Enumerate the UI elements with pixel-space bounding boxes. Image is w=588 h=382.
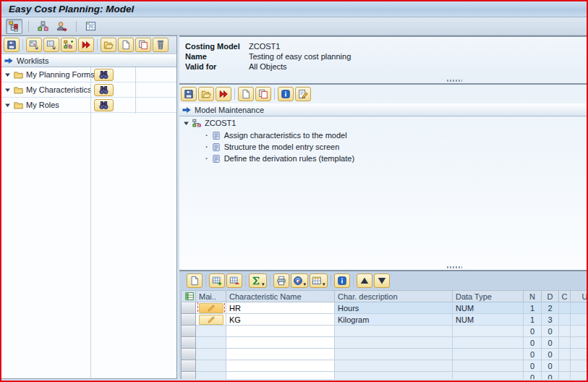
hierarchy-icon (9, 21, 20, 32)
field-label: Valid for (185, 61, 249, 72)
worklist-toolbar (1, 36, 176, 54)
model-task-structure-the-model-entry-screen[interactable]: ·Structure the model entry screen (179, 141, 587, 153)
export-picture-button[interactable] (26, 38, 42, 52)
table-toolbar: ▾▾▾ (187, 273, 587, 288)
table-row: 00 (182, 349, 587, 360)
model-node-zcost1[interactable]: ZCOST1 (179, 116, 587, 130)
column-header-maintain[interactable]: Mai.. (196, 291, 226, 302)
create-button[interactable] (118, 38, 134, 52)
maintain-button[interactable] (199, 303, 223, 313)
maintain-cell (196, 349, 226, 360)
model-task-define-the-derivation-rules-template[interactable]: ·Define the derivation rules (template) (179, 153, 587, 164)
folder-icon (13, 85, 24, 95)
maintenance-header: Model Maintenance (179, 103, 587, 116)
pencil-icon (207, 315, 216, 324)
characteristic-name-cell[interactable] (226, 349, 335, 360)
worklist-view-button[interactable] (6, 19, 22, 34)
row-select-button[interactable] (182, 337, 196, 349)
column-header-name[interactable]: Characteristic Name (226, 291, 335, 302)
characteristic-name-cell[interactable]: KG (226, 314, 335, 326)
characteristic-name-cell[interactable] (226, 326, 335, 337)
insert-row-icon (212, 276, 222, 286)
row-select-button[interactable] (182, 349, 196, 360)
table-view-button[interactable] (82, 19, 99, 34)
table-row: 00 (182, 360, 587, 372)
save-icon (184, 89, 194, 99)
insert-row-button[interactable] (209, 273, 225, 288)
search-my-roles-button[interactable] (94, 99, 114, 111)
column-header-description[interactable]: Char. description (335, 291, 453, 302)
save-model-button[interactable] (181, 87, 197, 101)
splitter-handle[interactable] (447, 80, 462, 82)
delete-row-button[interactable] (226, 273, 242, 288)
up-icon (359, 276, 370, 286)
row-select-button[interactable] (182, 314, 196, 326)
column-header-d[interactable]: D (542, 291, 559, 302)
n-cell: 0 (524, 326, 542, 337)
characteristic-name-cell[interactable] (226, 372, 335, 380)
toolbar-separator (274, 88, 275, 100)
worklist-item-my-characteristics[interactable]: My Characteristics (1, 82, 176, 98)
table-info-button[interactable] (334, 273, 350, 288)
new-doc-icon (189, 276, 200, 286)
sap-window: Easy Cost Planning: Model Worklists My P… (0, 0, 588, 382)
copy-button[interactable] (135, 38, 151, 52)
insert-node-button[interactable] (61, 38, 77, 52)
maintain-cell (196, 372, 226, 380)
delete-button[interactable] (153, 38, 169, 52)
info-button[interactable] (278, 87, 294, 101)
row-select-button[interactable] (182, 360, 196, 372)
characteristic-name-cell[interactable] (226, 337, 335, 349)
dropdown-arrow-icon: ▾ (262, 281, 265, 286)
worklist-item-label: My Roles (26, 101, 59, 109)
toolbar-separator (76, 21, 77, 32)
create-model-button[interactable] (238, 87, 254, 101)
skip-entry-button[interactable] (78, 38, 94, 52)
model-task-label: Structure the model entry screen (224, 143, 340, 151)
column-header-n[interactable]: N (524, 291, 542, 302)
worklist-item-my-planning-forms[interactable]: My Planning Forms (1, 67, 176, 82)
toolbar-separator (331, 275, 331, 286)
characteristic-name-cell[interactable]: HR (226, 302, 335, 314)
column-header-u[interactable]: U (571, 291, 587, 302)
model-task-assign-characteristics-to-the-model[interactable]: ·Assign characteristics to the model (179, 130, 587, 141)
open-model-button[interactable] (198, 87, 214, 101)
save-button[interactable] (4, 38, 20, 52)
row-select-button[interactable] (182, 326, 196, 337)
skip-button[interactable] (216, 87, 231, 101)
column-header-c[interactable]: C (559, 291, 571, 302)
maintain-cell (196, 326, 226, 337)
move-down-button[interactable] (374, 273, 390, 288)
views-button[interactable]: ▾ (291, 273, 309, 288)
info-icon (281, 89, 291, 99)
search-my-characteristics-button[interactable] (94, 84, 114, 96)
role-assignment-button[interactable] (54, 19, 70, 34)
toolbar-separator (353, 275, 354, 286)
new-entries-button[interactable] (187, 273, 203, 288)
edit-button[interactable] (295, 87, 311, 101)
configuration-button[interactable]: ▾ (310, 273, 328, 288)
d-cell: 3 (542, 314, 559, 326)
n-cell: 0 (524, 372, 542, 380)
folder-icon (13, 101, 24, 110)
column-header-selector[interactable] (182, 291, 196, 302)
data-type-cell (453, 337, 524, 349)
splitter-handle[interactable] (447, 266, 462, 268)
print-button[interactable] (273, 273, 289, 288)
row-select-button[interactable] (182, 302, 196, 314)
column-header-data_type[interactable]: Data Type (453, 291, 524, 302)
dropdown-arrow-icon: ▾ (323, 281, 325, 286)
open-button[interactable] (101, 38, 116, 52)
search-my-planning-forms-button[interactable] (94, 69, 114, 81)
d-cell: 0 (542, 372, 559, 380)
export-file-button[interactable] (43, 38, 59, 52)
row-select-button[interactable] (182, 372, 196, 380)
worklist-item-my-roles[interactable]: My Roles (1, 98, 176, 113)
caret-down-icon (4, 72, 11, 78)
copy-model-button[interactable] (255, 87, 271, 101)
maintain-button[interactable] (199, 315, 223, 325)
sum-button[interactable]: ▾ (249, 273, 267, 288)
model-structure-button[interactable] (35, 19, 51, 34)
characteristic-name-cell[interactable] (226, 360, 335, 372)
move-up-button[interactable] (357, 273, 372, 288)
